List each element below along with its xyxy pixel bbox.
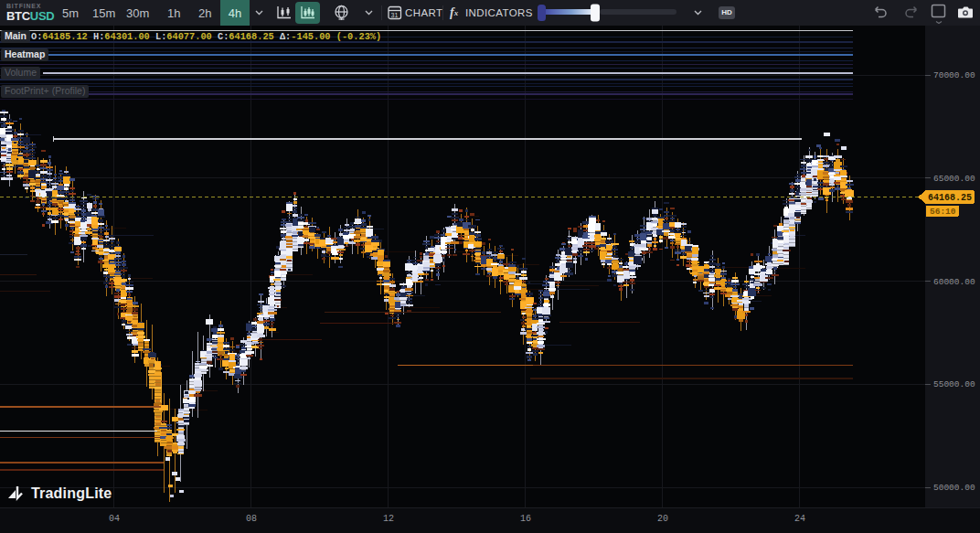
svg-text:60000.00: 60000.00 [933, 277, 975, 287]
svg-text:64168.25: 64168.25 [928, 193, 972, 203]
svg-text:20: 20 [657, 514, 668, 524]
svg-text:24: 24 [794, 514, 805, 524]
svg-text:04: 04 [109, 514, 120, 524]
svg-text:50000.00: 50000.00 [933, 483, 975, 493]
svg-text:31: 31 [391, 12, 399, 18]
svg-text:55000.00: 55000.00 [933, 379, 975, 389]
svg-text:65000.00: 65000.00 [933, 174, 975, 184]
svg-text:56:10: 56:10 [930, 207, 956, 217]
svg-text:12: 12 [383, 514, 394, 524]
svg-text:16: 16 [520, 514, 531, 524]
svg-text:70000.00: 70000.00 [933, 70, 975, 80]
svg-text:08: 08 [246, 514, 257, 524]
